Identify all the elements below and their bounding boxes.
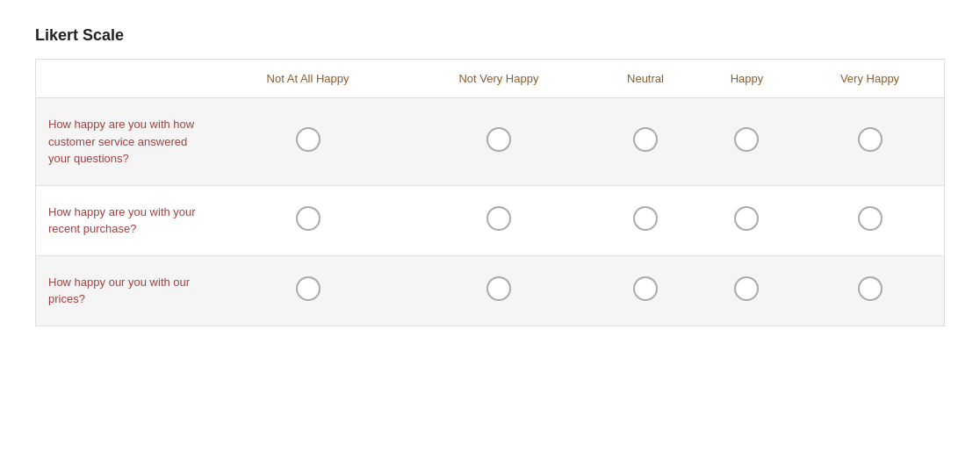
likert-scale-table: Not At All Happy Not Very Happy Neutral … <box>35 59 945 326</box>
page-title: Likert Scale <box>35 26 945 45</box>
table-header-row: Not At All Happy Not Very Happy Neutral … <box>36 60 945 98</box>
table-row: How happy are you with how customer serv… <box>36 98 945 186</box>
radio-happy-row1[interactable] <box>734 206 759 231</box>
radio-cell-row1-col3[interactable] <box>698 185 796 255</box>
radio-cell-row1-col1[interactable] <box>405 185 594 255</box>
radio-cell-row0-col1[interactable] <box>405 98 594 186</box>
radio-happy-row2[interactable] <box>734 276 759 301</box>
col-header-not-very-happy: Not Very Happy <box>405 60 594 98</box>
question-cell-1: How happy are you with your recent purch… <box>36 185 212 255</box>
radio-cell-row2-col1[interactable] <box>405 255 594 326</box>
table-row: How happy are you with your recent purch… <box>36 185 945 255</box>
question-cell-2: How happy our you with our prices? <box>36 255 212 326</box>
radio-not-very-happy-row0[interactable] <box>486 127 511 152</box>
radio-very-happy-row1[interactable] <box>858 206 883 231</box>
radio-not-at-all-happy-row2[interactable] <box>296 276 321 301</box>
radio-cell-row2-col4[interactable] <box>796 255 944 326</box>
radio-not-very-happy-row1[interactable] <box>486 206 511 231</box>
radio-cell-row0-col4[interactable] <box>796 98 944 186</box>
radio-neutral-row2[interactable] <box>633 276 658 301</box>
radio-cell-row2-col0[interactable] <box>212 255 405 326</box>
col-header-not-at-all-happy: Not At All Happy <box>212 60 405 98</box>
radio-cell-row0-col2[interactable] <box>593 98 698 186</box>
radio-not-at-all-happy-row0[interactable] <box>296 127 321 152</box>
col-header-question <box>36 60 212 98</box>
radio-cell-row0-col3[interactable] <box>698 98 796 186</box>
radio-cell-row1-col4[interactable] <box>796 185 944 255</box>
radio-cell-row2-col3[interactable] <box>698 255 796 326</box>
radio-very-happy-row2[interactable] <box>858 276 883 301</box>
table-row: How happy our you with our prices? <box>36 255 945 326</box>
col-header-very-happy: Very Happy <box>796 60 944 98</box>
radio-neutral-row1[interactable] <box>633 206 658 231</box>
radio-cell-row2-col2[interactable] <box>593 255 698 326</box>
radio-not-at-all-happy-row1[interactable] <box>296 206 321 231</box>
question-cell-0: How happy are you with how customer serv… <box>36 98 212 186</box>
radio-cell-row0-col0[interactable] <box>212 98 405 186</box>
radio-cell-row1-col2[interactable] <box>593 185 698 255</box>
radio-neutral-row0[interactable] <box>633 127 658 152</box>
radio-cell-row1-col0[interactable] <box>212 185 405 255</box>
radio-not-very-happy-row2[interactable] <box>486 276 511 301</box>
col-header-neutral: Neutral <box>593 60 698 98</box>
radio-happy-row0[interactable] <box>734 127 759 152</box>
radio-very-happy-row0[interactable] <box>858 127 883 152</box>
col-header-happy: Happy <box>698 60 796 98</box>
